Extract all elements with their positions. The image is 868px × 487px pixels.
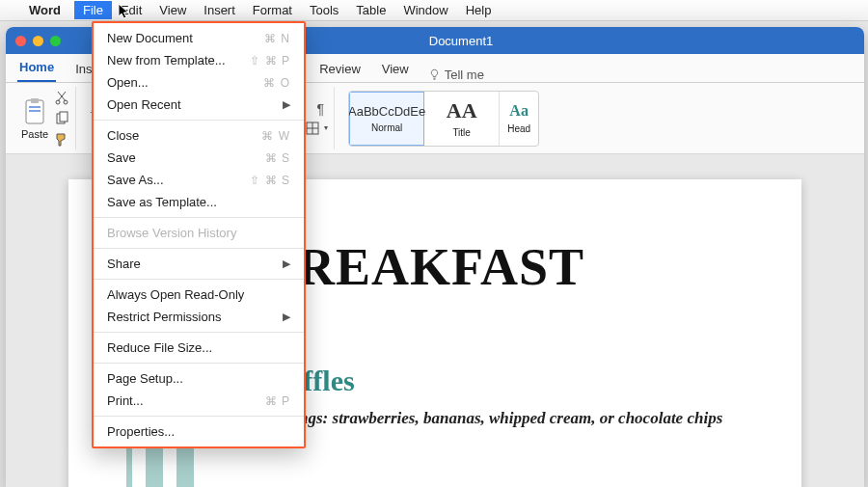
- menubar-view[interactable]: View: [150, 1, 195, 19]
- menu-separator: [94, 248, 304, 249]
- borders-icon[interactable]: [305, 121, 320, 136]
- file-menu-save[interactable]: Save⌘ S: [94, 147, 304, 169]
- window-minimize-button[interactable]: [33, 36, 43, 46]
- file-menu-save-as[interactable]: Save As...⇧ ⌘ S: [94, 169, 304, 191]
- file-menu-share[interactable]: Share▶: [94, 253, 304, 275]
- clipboard-icon: [22, 97, 47, 126]
- menubar-window[interactable]: Window: [394, 1, 456, 19]
- menubar-app-name[interactable]: Word: [21, 1, 68, 19]
- file-menu-close[interactable]: Close⌘ W: [94, 124, 304, 147]
- mouse-cursor-icon: [118, 3, 131, 20]
- clipboard-group: Paste: [15, 87, 76, 149]
- style-title[interactable]: AA Title: [424, 92, 500, 146]
- file-menu-open-recent[interactable]: Open Recent▶: [94, 94, 304, 116]
- file-menu-open[interactable]: Open...⌘ O: [94, 71, 304, 94]
- file-menu-properties[interactable]: Properties...: [94, 420, 304, 443]
- cut-icon[interactable]: [54, 90, 69, 105]
- menubar-tools[interactable]: Tools: [301, 1, 347, 19]
- paste-button[interactable]: Paste: [21, 97, 48, 140]
- file-menu-page-setup[interactable]: Page Setup...: [94, 367, 304, 390]
- window-zoom-button[interactable]: [50, 36, 61, 46]
- style-normal[interactable]: AaBbCcDdEe Normal: [349, 92, 424, 146]
- file-menu-always-open-read-only[interactable]: Always Open Read-Only: [94, 284, 304, 306]
- svg-rect-7: [60, 112, 68, 122]
- styles-group: AaBbCcDdEe Normal AA Title Aa Head: [342, 87, 545, 149]
- menubar-insert[interactable]: Insert: [195, 1, 244, 19]
- menu-separator: [94, 332, 304, 333]
- file-menu-dropdown: New Document⌘ N New from Template...⇧ ⌘ …: [92, 21, 306, 448]
- lightbulb-icon: [428, 68, 441, 81]
- menu-separator: [94, 363, 304, 364]
- chevron-right-icon: ▶: [283, 98, 290, 111]
- file-menu-print[interactable]: Print...⌘ P: [94, 390, 304, 412]
- menu-separator: [94, 416, 304, 417]
- file-menu-save-as-template[interactable]: Save as Template...: [94, 191, 304, 213]
- window-close-button[interactable]: [15, 36, 26, 46]
- file-menu-reduce-file-size[interactable]: Reduce File Size...: [94, 337, 304, 359]
- doc-subheading[interactable]: Waffles: [261, 365, 763, 397]
- menubar-file[interactable]: File: [74, 1, 112, 19]
- file-menu-restrict-permissions[interactable]: Restrict Permissions▶: [94, 306, 304, 328]
- file-menu-browse-version-history: Browse Version History: [94, 222, 304, 244]
- tab-review[interactable]: Review: [317, 56, 363, 82]
- menubar-table[interactable]: Table: [347, 1, 394, 19]
- doc-heading[interactable]: BREAKFAST: [261, 237, 763, 297]
- menu-separator: [94, 120, 304, 121]
- menubar-help[interactable]: Help: [457, 1, 501, 19]
- menu-separator: [94, 217, 304, 218]
- doc-toppings[interactable]: Toppings: strawberries, bananas, whipped…: [261, 407, 763, 430]
- menu-separator: [94, 279, 304, 280]
- chevron-right-icon: ▶: [283, 257, 290, 270]
- copy-icon[interactable]: [54, 111, 69, 126]
- file-menu-new-from-template[interactable]: New from Template...⇧ ⌘ P: [94, 49, 304, 71]
- tab-home[interactable]: Home: [17, 54, 56, 82]
- svg-rect-2: [29, 106, 41, 108]
- format-painter-icon[interactable]: [54, 132, 69, 148]
- tell-me[interactable]: Tell me: [428, 68, 484, 82]
- chevron-right-icon: ▶: [283, 311, 290, 323]
- svg-rect-1: [31, 98, 39, 103]
- show-paragraph-marks-icon[interactable]: ¶: [312, 101, 328, 117]
- style-heading[interactable]: Aa Head: [500, 92, 538, 146]
- menubar-format[interactable]: Format: [244, 1, 301, 19]
- file-menu-new-document[interactable]: New Document⌘ N: [94, 27, 304, 49]
- tab-view[interactable]: View: [380, 56, 411, 82]
- svg-rect-3: [29, 110, 41, 112]
